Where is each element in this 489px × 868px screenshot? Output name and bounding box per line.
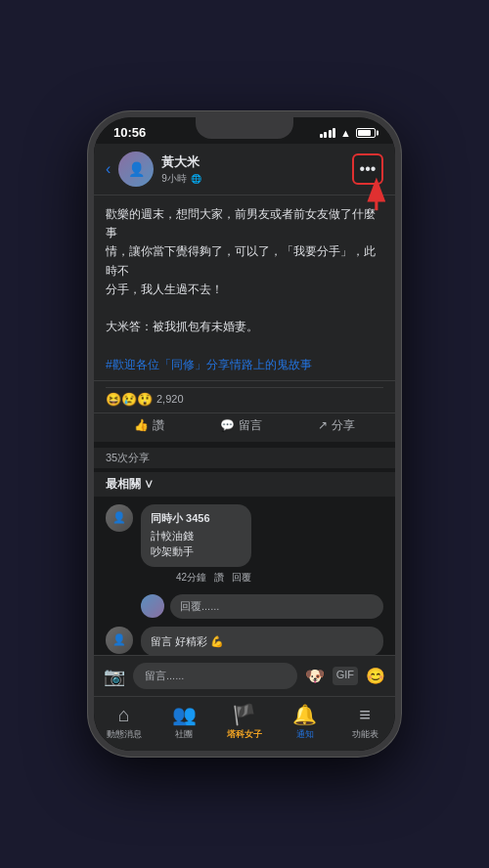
comment-button[interactable]: 💬 留言 xyxy=(220,413,262,438)
wifi-icon: ▲ xyxy=(340,127,351,139)
more-button[interactable]: ••• xyxy=(352,153,383,185)
signal-icon xyxy=(320,128,336,138)
comment-text-2: 留言 好精彩 💪 xyxy=(151,633,374,650)
commenter-avatar-2: 👤 xyxy=(106,627,133,654)
user-info: 黃大米 9小時 🌐 xyxy=(161,153,352,186)
input-right-icons: 🐶 GIF 😊 xyxy=(305,667,385,685)
nav-home[interactable]: ⌂ 動態消息 xyxy=(105,704,144,741)
comment-label: 留言 xyxy=(239,417,262,434)
comment-actions-1: 42分鐘 讚 回覆 xyxy=(141,571,251,585)
share-icon: ↗ xyxy=(318,418,328,432)
post-text-line2: 情，讓你當下覺得夠了，可以了，「我要分手」，此時不 xyxy=(106,244,376,277)
comments-section: 👤 同時小 3456 計較油錢吵架動手 42分鐘 讚 回覆 xyxy=(94,497,395,655)
nav-notifications[interactable]: 🔔 通知 xyxy=(286,703,325,741)
hashtag[interactable]: #歡迎各位「同修」分享情路上的鬼故事 xyxy=(106,358,312,371)
menu-icon: ≡ xyxy=(359,704,371,726)
nav-groups[interactable]: 👥 社團 xyxy=(164,703,203,741)
notch xyxy=(196,117,293,139)
reaction-counts: 😆😢😲 2,920 xyxy=(106,387,383,407)
content-area: 歡樂的週末，想問大家，前男友或者前女友做了什麼事 情，讓你當下覺得夠了，可以了，… xyxy=(94,195,395,655)
status-time: 10:56 xyxy=(113,125,146,140)
comment-bubble-1: 同時小 3456 計較油錢吵架動手 xyxy=(141,504,251,567)
back-button[interactable]: ‹ xyxy=(106,160,111,178)
emoji-reactions: 😆😢😲 xyxy=(106,392,153,407)
comment-icon: 💬 xyxy=(220,418,235,432)
notification-icon: 🔔 xyxy=(292,703,317,726)
flag-icon: 🏴 xyxy=(232,703,256,726)
share-button[interactable]: ↗ 分享 xyxy=(318,413,355,438)
comment-bubble-2: 留言 好精彩 💪 xyxy=(141,627,383,655)
emoji-icon[interactable]: 😊 xyxy=(366,667,385,685)
comment-like-1[interactable]: 讚 xyxy=(214,571,224,585)
battery-icon xyxy=(356,128,376,138)
post-meta: 9小時 🌐 xyxy=(161,172,352,186)
avatar: 👤 xyxy=(118,152,154,187)
reaction-bar: 😆😢😲 2,920 xyxy=(94,380,395,413)
post-text: 歡樂的週末，想問大家，前男友或者前女友做了什麼事 情，讓你當下覺得夠了，可以了，… xyxy=(94,195,395,380)
comment-item-2: 👤 留言 好精彩 💪 1小時 讚 回覆 2 xyxy=(106,627,383,655)
globe-icon: 🌐 xyxy=(191,174,201,184)
like-label: 讚 xyxy=(153,417,164,434)
nav-notifications-label: 通知 xyxy=(296,728,314,741)
comment-author-1: 同時小 3456 xyxy=(151,511,242,526)
bottom-nav: ⌂ 動態消息 👥 社團 🏴 塔科女子 🔔 通知 ≡ 功能表 xyxy=(94,696,395,751)
gif-button[interactable]: GIF xyxy=(333,667,358,685)
emoji-sticker-icon[interactable]: 🐶 xyxy=(305,667,325,685)
like-icon: 👍 xyxy=(134,418,149,432)
sort-section: 最相關 ∨ xyxy=(94,472,395,497)
comment-text-1: 計較油錢吵架動手 xyxy=(151,528,242,560)
like-button[interactable]: 👍 讚 xyxy=(134,413,164,438)
nav-menu[interactable]: ≡ 功能表 xyxy=(345,704,384,741)
post-header: ‹ 👤 黃大米 9小時 🌐 ••• xyxy=(94,144,395,195)
user-name: 黃大米 xyxy=(161,153,352,171)
commenter-avatar-1: 👤 xyxy=(106,504,133,532)
comment-reply-1[interactable]: 回覆 xyxy=(232,571,251,585)
comment-input-bar: 📷 留言...... 🐶 GIF 😊 xyxy=(94,655,395,696)
nav-menu-label: 功能表 xyxy=(352,728,378,741)
share-label: 分享 xyxy=(332,417,355,434)
comment-placeholder: 留言...... xyxy=(145,669,184,683)
reply-input-row: 回覆...... xyxy=(106,594,383,619)
brand-label: 塔科女子 xyxy=(227,728,262,741)
home-icon: ⌂ xyxy=(118,704,130,726)
comment-item: 👤 同時小 3456 計較油錢吵架動手 42分鐘 讚 回覆 xyxy=(106,504,383,585)
nav-home-label: 動態消息 xyxy=(107,728,142,741)
post-answer: 大米答：被我抓包有未婚妻。 xyxy=(106,320,258,333)
phone-screen: 10:56 ▲ ‹ 👤 黃大米 9小時 xyxy=(94,117,395,751)
nav-groups-label: 社團 xyxy=(175,728,193,741)
nav-flag[interactable]: 🏴 塔科女子 xyxy=(225,703,264,741)
share-count: 35次分享 xyxy=(94,448,395,468)
post-text-line3: 分手，我人生過不去！ xyxy=(106,282,223,296)
post-time: 9小時 xyxy=(161,172,187,186)
camera-icon[interactable]: 📷 xyxy=(104,666,125,687)
sort-label: 最相關 ∨ xyxy=(106,476,154,493)
reply-avatar xyxy=(141,594,164,618)
comment-time-1: 42分鐘 xyxy=(176,571,206,585)
reaction-count: 2,920 xyxy=(156,393,184,405)
sort-button[interactable]: 最相關 ∨ xyxy=(106,476,383,493)
phone-frame: 10:56 ▲ ‹ 👤 黃大米 9小時 xyxy=(88,111,401,757)
status-icons: ▲ xyxy=(320,127,376,139)
comment-input[interactable]: 留言...... xyxy=(133,663,297,689)
post-text-line1: 歡樂的週末，想問大家，前男友或者前女友做了什麼事 xyxy=(106,207,376,239)
reply-input[interactable]: 回覆...... xyxy=(170,594,383,619)
groups-icon: 👥 xyxy=(172,703,197,726)
